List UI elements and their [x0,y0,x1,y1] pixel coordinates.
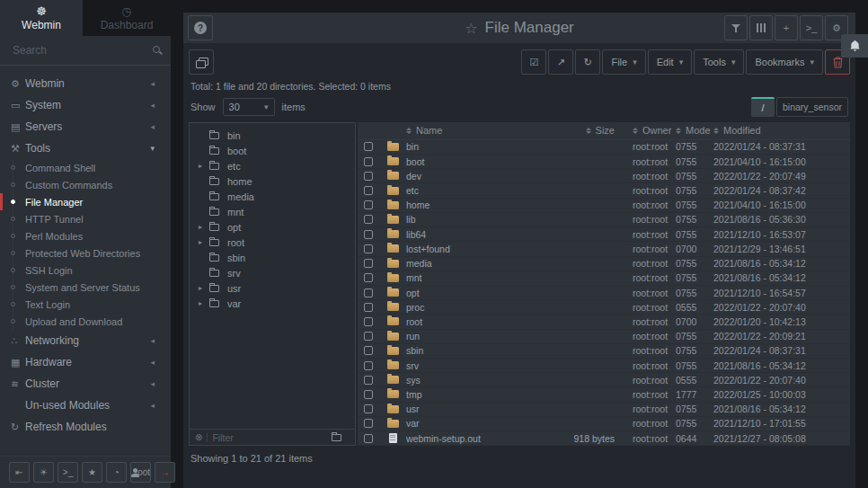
terminal-button[interactable]: >_ [58,462,78,483]
row-checkbox[interactable] [364,288,373,297]
file-name[interactable]: lib [406,214,530,225]
table-row[interactable]: lost+found root:root 0700 2021/12/29 - 1… [358,242,850,256]
sidebar-item[interactable]: ⚒ Tools ▾ [0,138,171,159]
table-row[interactable]: dev root:root 0755 2022/01/22 - 20:07:49 [358,169,850,183]
edit-menu-button[interactable]: Edit ▾ [648,49,693,75]
row-checkbox[interactable] [364,419,373,428]
caret-right-icon[interactable]: ▸ [199,238,209,246]
table-row[interactable]: lib root:root 0755 2021/08/16 - 05:36:30 [358,213,850,227]
row-checkbox[interactable] [364,157,373,166]
file-name[interactable]: home [406,200,530,210]
row-checkbox[interactable] [364,273,373,282]
file-name[interactable]: sys [406,375,530,386]
select-all-button[interactable]: ☑ [521,49,546,75]
tree-item[interactable]: ▸ sbin [190,250,355,265]
tree-filter-input[interactable] [212,432,327,443]
table-row[interactable]: var root:root 0755 2021/12/10 - 17:01:55 [358,417,850,431]
sidebar-item[interactable]: Upload and Download [0,313,171,330]
tree-item[interactable]: ▸ mnt [190,204,355,219]
row-checkbox[interactable] [364,259,373,268]
sidebar-item[interactable]: ▤ Servers ◂ [0,116,171,138]
row-checkbox[interactable] [364,317,373,326]
file-name[interactable]: var [406,418,530,429]
file-name[interactable]: sbin [406,345,530,356]
row-checkbox[interactable] [364,172,373,181]
row-checkbox[interactable] [364,332,373,341]
sidebar-item[interactable]: ↻ Refresh Modules [0,416,171,438]
tree-item[interactable]: ▸ boot [190,143,355,158]
table-row[interactable]: proc root:root 0555 2022/01/22 - 20:07:4… [358,300,850,315]
table-row[interactable]: usr root:root 0755 2021/08/16 - 05:34:12 [358,403,850,417]
row-checkbox[interactable] [364,361,373,370]
sidebar-item[interactable]: ≋ Cluster ◂ [0,373,171,395]
file-name[interactable]: mnt [406,272,530,283]
table-row[interactable]: root root:root 0700 2022/01/20 - 10:42:1… [358,315,850,329]
table-row[interactable]: tmp root:root 1777 2022/01/25 - 10:00:03 [358,387,850,402]
file-name[interactable]: proc [406,302,530,313]
sidebar-item[interactable]: Command Shell [0,159,171,176]
shell-button[interactable]: >_ [800,15,823,40]
file-name[interactable]: dev [406,171,530,182]
row-checkbox[interactable] [364,390,373,399]
help-button[interactable]: ? [188,15,213,40]
file-name[interactable]: bin [406,141,530,152]
table-row[interactable]: sbin root:root 0755 2022/01/24 - 08:37:3… [358,344,850,359]
table-row[interactable]: media root:root 0755 2021/08/16 - 05:34:… [358,257,850,271]
file-menu-button[interactable]: File ▾ [602,49,645,75]
folder-icon[interactable] [332,434,341,441]
sidebar-item[interactable]: ▦ Hardware ◂ [0,351,171,373]
table-row[interactable]: home root:root 0755 2021/04/10 - 16:15:0… [358,199,850,213]
tree-item[interactable]: ▸ usr [190,280,355,296]
search-icon[interactable] [152,45,163,56]
file-name[interactable]: lib64 [406,229,530,240]
sidebar-item[interactable]: Protected Web Directories [0,244,171,262]
sidebar-item[interactable]: SSH Login [0,262,171,279]
export-button[interactable]: ↗ [548,49,573,75]
tree-item[interactable]: ▸ var [190,296,355,311]
refresh-button[interactable]: ↻ [575,49,600,75]
file-name[interactable]: lost+found [406,244,530,254]
table-row[interactable]: srv root:root 0755 2021/08/16 - 05:34:12 [358,359,850,373]
paste-buffer-button[interactable] [189,49,214,75]
table-row[interactable]: mnt root:root 0755 2021/08/16 - 05:34:12 [358,271,850,286]
filter-button[interactable] [724,15,748,40]
column-header-name[interactable]: Name [406,125,530,136]
caret-right-icon[interactable]: ▸ [199,284,209,292]
table-row[interactable]: sys root:root 0555 2022/01/22 - 20:07:40 [358,373,850,387]
sidebar-item[interactable]: ⚙ Webmin ◂ [0,73,171,94]
row-checkbox[interactable] [364,244,373,253]
file-name[interactable]: opt [406,288,530,298]
file-name[interactable]: boot [406,156,530,167]
sidebar-item[interactable]: File Manager [0,193,171,210]
table-row[interactable]: opt root:root 0755 2021/12/10 - 16:54:57 [358,286,850,300]
tree-item[interactable]: ▸ opt [190,219,355,235]
row-checkbox[interactable] [364,142,373,151]
file-name[interactable]: run [406,331,530,342]
tree-item[interactable]: ▸ srv [190,265,355,280]
tree-item[interactable]: ▸ bin [190,128,355,143]
tree-item[interactable]: ▸ home [190,173,355,189]
row-checkbox[interactable] [364,303,373,312]
caret-right-icon[interactable]: ▸ [199,299,209,307]
row-checkbox[interactable] [364,434,373,443]
caret-right-icon[interactable]: ▸ [199,223,209,231]
sidebar-item[interactable]: System and Server Status [0,279,171,296]
tree-item[interactable]: ▸ media [190,189,355,204]
table-row[interactable]: bin root:root 0755 2022/01/24 - 08:37:31 [358,140,850,155]
file-name[interactable]: usr [406,404,530,414]
table-row[interactable]: boot root:root 0755 2021/04/10 - 16:15:0… [358,155,850,169]
tab-webmin[interactable]: ☸ Webmin [0,0,83,36]
file-name[interactable]: webmin-setup.out [406,433,530,444]
user-button[interactable]: root [130,462,151,483]
sidebar-item[interactable]: ∴ Networking ◂ [0,330,171,351]
search-input[interactable] [13,44,152,57]
tab-dashboard[interactable]: ◷ Dashboard [83,0,171,36]
sidebar-item[interactable]: Un-used Modules ◂ [0,395,171,416]
file-name[interactable]: tmp [406,389,530,400]
file-name[interactable]: media [406,258,530,269]
table-row[interactable]: etc root:root 0755 2022/01/24 - 08:37:42 [358,183,850,198]
bookmarks-menu-button[interactable]: Bookmarks ▾ [746,49,823,75]
row-checkbox[interactable] [364,376,373,385]
table-row[interactable]: webmin-setup.out 918 bytes root:root 064… [358,431,850,446]
row-checkbox[interactable] [364,230,373,239]
